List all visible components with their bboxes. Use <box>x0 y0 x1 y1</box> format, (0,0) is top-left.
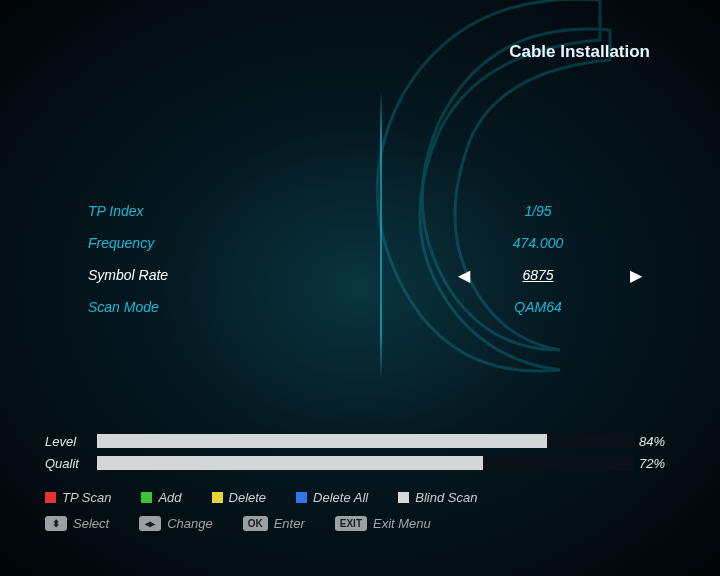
signal-level-pct: 84% <box>639 434 685 449</box>
exit-key-icon: EXIT <box>335 516 367 531</box>
blue-key-icon <box>296 492 307 503</box>
signal-quality-pct: 72% <box>639 456 685 471</box>
action-label: TP Scan <box>62 490 111 505</box>
setting-value: 474.000 <box>488 235 588 251</box>
setting-label: Frequency <box>88 235 348 251</box>
hint-change: ◂▸ Change <box>139 516 213 531</box>
setting-label: Symbol Rate <box>88 267 348 283</box>
signal-quality-fill <box>97 456 483 470</box>
hints-panel: ⬍ Select ◂▸ Change OK Enter EXIT Exit Me… <box>45 516 685 531</box>
signal-quality-row: Qualit 72% <box>45 452 685 474</box>
action-delete[interactable]: Delete <box>212 490 267 505</box>
action-blind-scan[interactable]: Blind Scan <box>398 490 477 505</box>
leftright-key-icon: ◂▸ <box>139 516 161 531</box>
red-key-icon <box>45 492 56 503</box>
action-label: Blind Scan <box>415 490 477 505</box>
green-key-icon <box>141 492 152 503</box>
signal-quality-label: Qualit <box>45 456 97 471</box>
signal-level-bar <box>97 434 633 448</box>
action-label: Delete <box>229 490 267 505</box>
hint-label: Enter <box>274 516 305 531</box>
setting-symbol-rate[interactable]: Symbol Rate ◀ 6875 ▶ <box>88 259 648 291</box>
setting-value: 1/95 <box>488 203 588 219</box>
hint-label: Select <box>73 516 109 531</box>
white-key-icon <box>398 492 409 503</box>
setting-label: Scan Mode <box>88 299 348 315</box>
action-label: Add <box>158 490 181 505</box>
setting-frequency[interactable]: Frequency 474.000 <box>88 227 648 259</box>
hint-enter: OK Enter <box>243 516 305 531</box>
setting-value: QAM64 <box>488 299 588 315</box>
page-title: Cable Installation <box>509 42 650 62</box>
signal-level-label: Level <box>45 434 97 449</box>
action-tp-scan[interactable]: TP Scan <box>45 490 111 505</box>
hint-select: ⬍ Select <box>45 516 109 531</box>
signal-level-row: Level 84% <box>45 430 685 452</box>
settings-panel: TP Index 1/95 Frequency 474.000 Symbol R… <box>88 195 648 323</box>
signal-quality-bar <box>97 456 633 470</box>
arrow-right-icon[interactable]: ▶ <box>630 266 642 285</box>
hint-exit: EXIT Exit Menu <box>335 516 431 531</box>
signal-level-fill <box>97 434 547 448</box>
hint-label: Exit Menu <box>373 516 431 531</box>
setting-value: 6875 <box>488 267 588 283</box>
actions-panel: TP Scan Add Delete Delete All Blind Scan <box>45 490 685 505</box>
setting-scan-mode[interactable]: Scan Mode QAM64 <box>88 291 648 323</box>
setting-label: TP Index <box>88 203 348 219</box>
updown-key-icon: ⬍ <box>45 516 67 531</box>
hint-label: Change <box>167 516 213 531</box>
arrow-left-icon[interactable]: ◀ <box>458 266 470 285</box>
ok-key-icon: OK <box>243 516 268 531</box>
setting-tp-index[interactable]: TP Index 1/95 <box>88 195 648 227</box>
action-add[interactable]: Add <box>141 490 181 505</box>
yellow-key-icon <box>212 492 223 503</box>
signal-panel: Level 84% Qualit 72% <box>45 430 685 474</box>
action-delete-all[interactable]: Delete All <box>296 490 368 505</box>
action-label: Delete All <box>313 490 368 505</box>
